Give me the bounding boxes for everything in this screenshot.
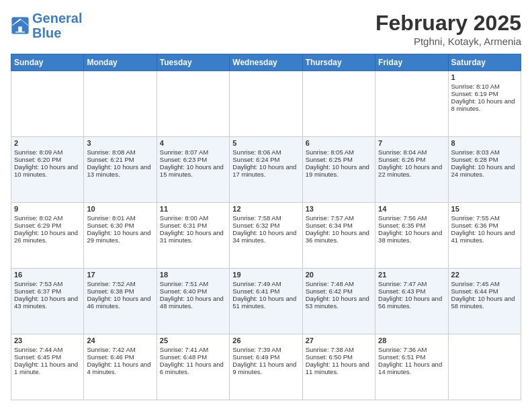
day-number: 26 <box>232 336 299 345</box>
day-info: Daylight: 10 hours and 24 minutes. <box>451 163 518 178</box>
day-info: Sunset: 6:42 PM <box>306 287 372 295</box>
day-info: Daylight: 10 hours and 58 minutes. <box>451 295 518 310</box>
day-number: 27 <box>306 336 372 345</box>
day-info: Sunrise: 7:47 AM <box>378 280 445 287</box>
day-info: Sunrise: 8:07 AM <box>160 148 226 156</box>
day-number: 3 <box>87 139 153 147</box>
calendar-week-row: 23Sunrise: 7:44 AMSunset: 6:45 PMDayligh… <box>11 334 521 400</box>
day-info: Sunrise: 7:36 AM <box>378 346 445 353</box>
calendar-cell: 12Sunrise: 7:58 AMSunset: 6:32 PMDayligh… <box>230 203 302 269</box>
day-info: Daylight: 10 hours and 46 minutes. <box>87 295 153 310</box>
day-info: Daylight: 10 hours and 8 minutes. <box>451 97 518 112</box>
day-info: Sunrise: 7:42 AM <box>87 346 153 353</box>
logo-icon <box>11 16 30 35</box>
day-info: Daylight: 10 hours and 19 minutes. <box>306 163 372 178</box>
day-info: Sunset: 6:25 PM <box>306 156 372 163</box>
calendar-week-row: 1Sunrise: 8:10 AMSunset: 6:19 PMDaylight… <box>11 71 521 137</box>
day-of-week-header: Saturday <box>448 54 521 71</box>
calendar-cell <box>302 71 375 137</box>
day-of-week-header: Friday <box>375 54 448 71</box>
day-number: 18 <box>160 271 226 279</box>
logo-line1: General <box>32 11 82 26</box>
day-info: Sunrise: 7:51 AM <box>160 280 226 287</box>
day-number: 13 <box>306 205 372 213</box>
title-block: February 2025 Ptghni, Kotayk, Armenia <box>375 11 521 47</box>
day-number: 22 <box>451 271 518 279</box>
day-info: Sunrise: 7:57 AM <box>306 214 372 222</box>
day-info: Sunset: 6:26 PM <box>378 156 445 163</box>
day-of-week-header: Wednesday <box>230 54 302 71</box>
day-info: Daylight: 10 hours and 43 minutes. <box>14 295 81 310</box>
day-info: Daylight: 10 hours and 26 minutes. <box>14 229 81 244</box>
day-number: 14 <box>378 205 445 213</box>
day-info: Sunrise: 7:58 AM <box>232 214 299 222</box>
calendar-cell: 6Sunrise: 8:05 AMSunset: 6:25 PMDaylight… <box>302 137 375 203</box>
day-info: Sunset: 6:24 PM <box>232 156 299 163</box>
day-info: Sunrise: 7:44 AM <box>14 346 81 353</box>
day-info: Sunrise: 7:48 AM <box>306 280 372 287</box>
header: General Blue February 2025 Ptghni, Kotay… <box>11 11 521 47</box>
day-info: Daylight: 10 hours and 15 minutes. <box>160 163 226 178</box>
day-info: Sunrise: 7:49 AM <box>232 280 299 287</box>
day-info: Sunset: 6:40 PM <box>160 287 226 295</box>
calendar-table: SundayMondayTuesdayWednesdayThursdayFrid… <box>11 54 521 400</box>
day-of-week-header: Monday <box>84 54 157 71</box>
calendar-cell: 25Sunrise: 7:41 AMSunset: 6:48 PMDayligh… <box>157 334 229 400</box>
calendar-cell: 17Sunrise: 7:52 AMSunset: 6:38 PMDayligh… <box>84 269 157 334</box>
day-info: Daylight: 10 hours and 41 minutes. <box>451 229 518 244</box>
day-number: 5 <box>232 139 299 147</box>
calendar-subtitle: Ptghni, Kotayk, Armenia <box>375 36 521 47</box>
calendar-cell: 21Sunrise: 7:47 AMSunset: 6:43 PMDayligh… <box>375 269 448 334</box>
day-info: Sunset: 6:43 PM <box>378 287 445 295</box>
day-of-week-header: Sunday <box>11 54 84 71</box>
day-info: Sunset: 6:30 PM <box>87 222 153 229</box>
calendar-week-row: 9Sunrise: 8:02 AMSunset: 6:29 PMDaylight… <box>11 203 521 269</box>
day-info: Daylight: 10 hours and 34 minutes. <box>232 229 299 244</box>
calendar-cell: 3Sunrise: 8:08 AMSunset: 6:21 PMDaylight… <box>84 137 157 203</box>
day-info: Sunset: 6:41 PM <box>232 287 299 295</box>
day-number: 20 <box>306 271 372 279</box>
calendar-cell <box>157 71 229 137</box>
day-number: 19 <box>232 271 299 279</box>
day-info: Sunrise: 7:39 AM <box>232 346 299 353</box>
day-number: 25 <box>160 336 226 345</box>
day-number: 2 <box>14 139 81 147</box>
calendar-cell: 19Sunrise: 7:49 AMSunset: 6:41 PMDayligh… <box>230 269 302 334</box>
day-info: Sunset: 6:45 PM <box>14 353 81 361</box>
calendar-cell: 18Sunrise: 7:51 AMSunset: 6:40 PMDayligh… <box>157 269 229 334</box>
calendar-cell: 23Sunrise: 7:44 AMSunset: 6:45 PMDayligh… <box>11 334 84 400</box>
day-info: Sunset: 6:51 PM <box>378 353 445 361</box>
calendar-title: February 2025 <box>375 11 521 36</box>
day-info: Sunrise: 8:05 AM <box>306 148 372 156</box>
day-info: Sunset: 6:20 PM <box>14 156 81 163</box>
day-info: Daylight: 10 hours and 56 minutes. <box>378 295 445 310</box>
day-number: 6 <box>306 139 372 147</box>
calendar-cell: 8Sunrise: 8:03 AMSunset: 6:28 PMDaylight… <box>448 137 521 203</box>
day-info: Sunset: 6:34 PM <box>306 222 372 229</box>
day-info: Sunrise: 7:56 AM <box>378 214 445 222</box>
day-info: Daylight: 11 hours and 9 minutes. <box>232 361 299 375</box>
day-number: 24 <box>87 336 153 345</box>
day-info: Sunset: 6:36 PM <box>451 222 518 229</box>
calendar-cell: 11Sunrise: 8:00 AMSunset: 6:31 PMDayligh… <box>157 203 229 269</box>
day-info: Daylight: 11 hours and 14 minutes. <box>378 361 445 375</box>
day-number: 16 <box>14 271 81 279</box>
calendar-week-row: 2Sunrise: 8:09 AMSunset: 6:20 PMDaylight… <box>11 137 521 203</box>
calendar-cell <box>448 334 521 400</box>
day-info: Sunrise: 7:53 AM <box>14 280 81 287</box>
day-info: Daylight: 10 hours and 31 minutes. <box>160 229 226 244</box>
day-info: Sunset: 6:31 PM <box>160 222 226 229</box>
day-info: Daylight: 11 hours and 6 minutes. <box>160 361 226 375</box>
day-info: Sunrise: 8:03 AM <box>451 148 518 156</box>
calendar-cell <box>84 71 157 137</box>
day-info: Sunset: 6:38 PM <box>87 287 153 295</box>
day-info: Daylight: 10 hours and 22 minutes. <box>378 163 445 178</box>
day-info: Sunset: 6:35 PM <box>378 222 445 229</box>
calendar-cell: 26Sunrise: 7:39 AMSunset: 6:49 PMDayligh… <box>230 334 302 400</box>
day-info: Sunset: 6:50 PM <box>306 353 372 361</box>
day-info: Sunrise: 7:52 AM <box>87 280 153 287</box>
calendar-cell: 7Sunrise: 8:04 AMSunset: 6:26 PMDaylight… <box>375 137 448 203</box>
calendar-header-row: SundayMondayTuesdayWednesdayThursdayFrid… <box>11 54 521 71</box>
day-number: 23 <box>14 336 81 345</box>
day-info: Sunset: 6:32 PM <box>232 222 299 229</box>
